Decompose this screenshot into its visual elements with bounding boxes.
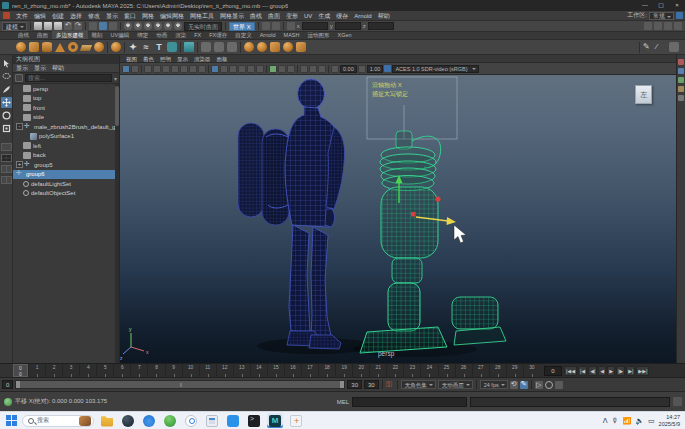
frame-tick-19[interactable]: 19 xyxy=(335,364,352,377)
input-mode-field[interactable]: 世界 X xyxy=(229,22,255,31)
menu-item-11[interactable]: 曲线 xyxy=(247,11,265,21)
outliner-item-male_zbrush2Brush_default_group[interactable]: -male_zbrush2Brush_default_group xyxy=(13,122,119,132)
menu-item-4[interactable]: 修改 xyxy=(85,11,103,21)
frame-tick-21[interactable]: 21 xyxy=(369,364,386,377)
poly-disc-icon[interactable] xyxy=(94,42,104,52)
graph-editor-icon[interactable] xyxy=(555,381,563,389)
current-time-field[interactable]: 0 xyxy=(544,366,562,376)
current-frame-indicator[interactable]: 0 0 xyxy=(13,364,28,377)
volume-icon[interactable]: 🔈 xyxy=(635,412,644,429)
search-highlight-image[interactable] xyxy=(79,416,91,426)
outliner-item-front[interactable]: front xyxy=(13,103,119,113)
menu-item-8[interactable]: 编辑网格 xyxy=(157,11,187,21)
manip-z-handle[interactable] xyxy=(435,196,440,201)
shelf-tab-UV编辑[interactable]: UV编辑 xyxy=(107,31,134,39)
filter-icon[interactable] xyxy=(15,74,23,82)
frame-tick-26[interactable]: 26 xyxy=(455,364,472,377)
outliner-scrollbar[interactable] xyxy=(115,84,119,363)
film-gate-icon[interactable] xyxy=(153,65,161,73)
frame-ticks[interactable]: 1234567891011121314151617181920212223242… xyxy=(28,364,540,377)
select-camera-icon[interactable] xyxy=(122,65,130,73)
color-management-icon[interactable] xyxy=(384,65,391,72)
taskbar-search-tool[interactable] xyxy=(183,413,199,428)
fps-dropdown[interactable]: 24 fps xyxy=(480,380,508,389)
shelf-tab-雕刻[interactable]: 雕刻 xyxy=(88,31,107,39)
layout-persp-graph-button[interactable] xyxy=(1,176,12,184)
frame-tick-13[interactable]: 13 xyxy=(233,364,250,377)
outliner-item-back[interactable]: back xyxy=(13,151,119,161)
taskbar-chat-app[interactable] xyxy=(225,413,241,428)
gamma-icon[interactable] xyxy=(331,65,339,73)
poly-cylinder-icon[interactable] xyxy=(42,42,52,52)
frame-tick-4[interactable]: 4 xyxy=(79,364,96,377)
manip-center[interactable] xyxy=(411,212,416,217)
time-editor-icon[interactable] xyxy=(545,381,553,389)
character-set-dropdown[interactable]: 无角色集 xyxy=(401,380,436,389)
microphone-icon[interactable]: 🎙 xyxy=(611,412,618,429)
playback-button-2[interactable]: ◀| xyxy=(588,366,597,376)
screen-space-ao-icon[interactable] xyxy=(256,65,264,73)
manip-x-arrow[interactable] xyxy=(447,217,457,225)
maya-logo-icon[interactable] xyxy=(3,12,10,19)
playback-button-5[interactable]: |▶ xyxy=(616,366,625,376)
shelf-tab-FX[interactable]: FX xyxy=(190,31,205,39)
sidebar-attribute-editor-icon[interactable] xyxy=(644,22,652,30)
frame-tick-16[interactable]: 16 xyxy=(284,364,301,377)
menu-item-9[interactable]: 网格工具 xyxy=(187,11,217,21)
menu-item-7[interactable]: 网格 xyxy=(139,11,157,21)
make-live-icon[interactable] xyxy=(174,22,182,30)
workspace-icon[interactable] xyxy=(676,12,683,19)
shelf-tab-FX缓存[interactable]: FX缓存 xyxy=(205,31,231,39)
close-button[interactable]: × xyxy=(669,0,685,11)
lock-camera-icon[interactable] xyxy=(131,65,139,73)
grease-pencil-icon[interactable] xyxy=(144,65,152,73)
xray-icon[interactable] xyxy=(269,65,277,73)
layout-single-pane-button[interactable] xyxy=(1,143,12,151)
frame-tick-20[interactable]: 20 xyxy=(352,364,369,377)
playback-button-3[interactable]: ◀ xyxy=(598,366,606,376)
poly-cube-icon[interactable] xyxy=(29,42,39,52)
snap-projected-center-icon[interactable] xyxy=(154,22,162,30)
use-all-lights-icon[interactable] xyxy=(238,65,246,73)
taskbar-green-app[interactable] xyxy=(162,413,178,428)
new-scene-icon[interactable] xyxy=(34,22,42,30)
open-scene-icon[interactable] xyxy=(44,22,52,30)
animation-end-field[interactable]: 30 xyxy=(364,380,379,389)
menu-item-14[interactable]: UV xyxy=(301,11,315,21)
range-start-handle[interactable] xyxy=(16,381,20,388)
scrollbar-thumb[interactable] xyxy=(115,86,119,126)
wireframe-mode-icon[interactable] xyxy=(211,65,219,73)
playback-button-4[interactable]: ▶ xyxy=(607,366,615,376)
taskbar-maya-active[interactable]: M xyxy=(267,413,283,428)
menu-item-5[interactable]: 显示 xyxy=(103,11,121,21)
outliner-item-group6[interactable]: group6 xyxy=(13,170,119,180)
select-component-mode-icon[interactable] xyxy=(109,22,117,30)
snap-view-plane-icon[interactable] xyxy=(164,22,172,30)
shadows-icon[interactable] xyxy=(247,65,255,73)
eraser-icon[interactable] xyxy=(669,42,679,52)
shelf-tab-自定义[interactable]: 自定义 xyxy=(231,31,256,39)
robot-leg-model[interactable] xyxy=(360,131,506,353)
animation-start-field[interactable]: 0 xyxy=(2,380,13,389)
menu-item-18[interactable]: 帮助 xyxy=(375,11,393,21)
tool-settings-icon[interactable] xyxy=(678,68,684,74)
frame-tick-28[interactable]: 28 xyxy=(489,364,506,377)
render-icon[interactable] xyxy=(272,22,280,30)
playback-loop-icon[interactable] xyxy=(510,381,518,389)
taskbar-browser[interactable] xyxy=(120,413,136,428)
layer-editor-icon[interactable] xyxy=(678,86,684,92)
shelf-tab-XGen[interactable]: XGen xyxy=(334,31,356,39)
target-weld-icon[interactable] xyxy=(201,42,211,52)
outliner-item-left[interactable]: left xyxy=(13,141,119,151)
chevron-down-icon[interactable]: ▾ xyxy=(114,75,117,82)
shelf-tab-曲面[interactable]: 曲面 xyxy=(33,31,52,39)
frame-tick-29[interactable]: 29 xyxy=(506,364,523,377)
colorspace-dropdown[interactable]: ACES 1.0 SDR-video (sRGB) xyxy=(392,65,478,73)
outliner-item-persp[interactable]: persp xyxy=(13,84,119,94)
frame-tick-1[interactable]: 1 xyxy=(28,364,45,377)
viewport-menu-3[interactable]: 显示 xyxy=(175,55,190,62)
frame-tick-22[interactable]: 22 xyxy=(386,364,403,377)
frame-tick-12[interactable]: 12 xyxy=(216,364,233,377)
rotate-tool-icon[interactable] xyxy=(1,110,12,121)
frame-tick-7[interactable]: 7 xyxy=(130,364,147,377)
